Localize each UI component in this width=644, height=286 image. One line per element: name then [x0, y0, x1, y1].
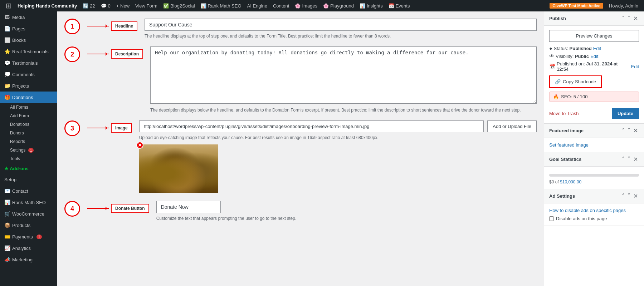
- update-count[interactable]: 🔄 22: [80, 0, 98, 11]
- headline-section: 1 Headline The headline displays at the …: [64, 19, 537, 39]
- sidebar-item-rank-math[interactable]: 📊 Rank Math SEO: [0, 197, 57, 208]
- donate-button-input[interactable]: [156, 201, 221, 213]
- move-to-trash-link[interactable]: Move to Trash: [549, 111, 579, 116]
- publish-close[interactable]: ✕: [632, 15, 639, 22]
- sidebar-item-label: Real Testimonials: [12, 49, 49, 54]
- ad-close[interactable]: ✕: [632, 193, 639, 199]
- events[interactable]: 📅 Events: [386, 0, 413, 11]
- sidebar-item-label: WooCommerce: [12, 211, 44, 217]
- preview-img-inner: [139, 144, 218, 193]
- ad-settings-panel: Ad Settings ˄ ˅ ✕ How to disable ads on …: [544, 189, 644, 226]
- main-layout: 🖼 Media 📄 Pages ⬜ Blocks ⭐ Real Testimon…: [0, 11, 644, 286]
- content-wrap: 1 Headline The headline displays at the …: [57, 11, 644, 286]
- description-section: 2 Description Help our organization by d…: [64, 46, 537, 113]
- sidebar-item-blocks[interactable]: ⬜ Blocks: [0, 34, 57, 46]
- sidebar-item-contact[interactable]: 📧 Contact: [0, 185, 57, 197]
- published-row: 📅 Published on: Jul 31, 2024 at 12:54 Ed…: [549, 61, 639, 72]
- sidebar-item-analytics[interactable]: 📈 Analytics: [0, 242, 57, 254]
- featured-close[interactable]: ✕: [632, 127, 639, 134]
- update-icon: 🔄: [83, 3, 88, 9]
- upload-file-button[interactable]: Add or Upload File: [487, 120, 537, 132]
- playground[interactable]: 🌸 Playground: [320, 0, 357, 11]
- disable-ads-checkbox[interactable]: [549, 216, 554, 221]
- sidebar-item-comments[interactable]: 💭 Comments: [0, 69, 57, 80]
- headline-input[interactable]: [145, 19, 537, 31]
- status-edit-link[interactable]: Edit: [593, 46, 601, 51]
- sidebar-item-testimonials[interactable]: 💬 Testimonials: [0, 57, 57, 69]
- ad-collapse-up[interactable]: ˄: [621, 193, 626, 199]
- sidebar-item-payments[interactable]: 💳 Payments 1: [0, 231, 57, 242]
- publish-panel-title: Publish: [549, 16, 566, 21]
- sidebar-item-pages[interactable]: 📄 Pages: [0, 23, 57, 34]
- donate-button-section: 4 Donate Button Customize the text that …: [64, 201, 537, 222]
- step-3-circle: 3: [64, 120, 80, 136]
- step-4-circle: 4: [64, 201, 80, 217]
- rank-math-icon: 📊: [201, 3, 206, 9]
- view-form[interactable]: View Form: [132, 0, 160, 11]
- sidebar-item-woocommerce[interactable]: 🛒 WooCommerce: [0, 208, 57, 220]
- sidebar-item-label: Payments: [12, 234, 33, 240]
- sidebar-item-donations[interactable]: 🎁 Donations: [0, 92, 57, 103]
- content[interactable]: Content: [270, 0, 292, 11]
- settings-badge: 1: [28, 148, 34, 153]
- ad-collapse-down[interactable]: ˅: [626, 193, 631, 199]
- sidebar-sub-tools[interactable]: Tools: [0, 154, 57, 163]
- events-icon: 📅: [389, 3, 394, 9]
- insights-icon: 📊: [360, 3, 365, 9]
- featured-image-panel: Featured image ˄ ˅ ✕ Set featured image: [544, 124, 644, 152]
- blog2social[interactable]: ✅ Blog2Social: [160, 0, 198, 11]
- marketing-icon: 📣: [4, 257, 10, 262]
- sidebar-item-products[interactable]: 📦 Products: [0, 220, 57, 231]
- images[interactable]: 🌸 Images: [292, 0, 320, 11]
- preview-changes-button[interactable]: Preview Changes: [549, 30, 639, 42]
- description-textarea[interactable]: Help our organization by donating today!…: [150, 46, 537, 104]
- arrow-line: [87, 26, 109, 26]
- sidebar-sub-reports[interactable]: Reports: [0, 137, 57, 146]
- status-icon: ●: [549, 45, 552, 51]
- goal-collapse-down[interactable]: ˅: [626, 156, 631, 163]
- publish-collapse-down[interactable]: ˅: [626, 15, 631, 22]
- sidebar-item-real-testimonials[interactable]: ⭐ Real Testimonials: [0, 46, 57, 57]
- publish-collapse-up[interactable]: ˄: [621, 15, 626, 22]
- disable-ads-link[interactable]: How to disable ads on specific pages: [549, 208, 626, 213]
- insights[interactable]: 📊 Insights: [357, 0, 386, 11]
- headline-hint: The headline displays at the top of step…: [145, 33, 537, 39]
- sidebar-sub-donations[interactable]: Donations: [0, 120, 57, 129]
- sidebar-item-marketing[interactable]: 📣 Marketing: [0, 254, 57, 265]
- remove-image-button[interactable]: ✕: [136, 142, 143, 149]
- visibility-edit-link[interactable]: Edit: [590, 54, 598, 59]
- set-featured-image-link[interactable]: Set featured image: [549, 142, 589, 148]
- sidebar-item-setup[interactable]: Setup: [0, 174, 57, 185]
- sidebar-item-media[interactable]: 🖼 Media: [0, 11, 57, 23]
- goal-close[interactable]: ✕: [632, 156, 639, 163]
- copy-shortcode-button[interactable]: 🔗 Copy Shortcode: [549, 75, 602, 88]
- sidebar-sub-add-form[interactable]: Add Form: [0, 112, 57, 120]
- new-item[interactable]: + New: [113, 0, 132, 11]
- goal-text: $0 of $10,000.00: [549, 179, 639, 184]
- description-field-content: Help our organization by donating today!…: [150, 46, 537, 113]
- ai-engine[interactable]: AI Engine: [244, 0, 270, 11]
- goal-amount-link[interactable]: $10,000.00: [560, 179, 581, 184]
- featured-collapse-down[interactable]: ˅: [626, 127, 631, 134]
- visibility-row: 👁 Visibility: Public Edit: [549, 53, 639, 59]
- featured-collapse-up[interactable]: ˄: [621, 127, 626, 134]
- description-arrow-label: Description: [87, 49, 143, 59]
- rank-math-topbar[interactable]: 📊 Rank Math SEO: [198, 0, 244, 11]
- contact-icon: 📧: [4, 188, 10, 194]
- publish-panel-header: Publish ˄ ˅ ✕: [544, 11, 644, 26]
- comment-count[interactable]: 💬 0: [98, 0, 113, 11]
- sidebar-sub-settings[interactable]: Settings 1: [0, 146, 57, 154]
- sidebar-item-projects[interactable]: 📁 Projects: [0, 80, 57, 92]
- sidebar-sub-all-forms[interactable]: All Forms: [0, 103, 57, 112]
- media-icon: 🖼: [4, 14, 10, 20]
- image-url-input[interactable]: [139, 120, 484, 132]
- wp-logo[interactable]: ⊞: [3, 1, 15, 10]
- goal-collapse-up[interactable]: ˄: [621, 156, 626, 163]
- sidebar-sub-donors[interactable]: Donors: [0, 129, 57, 137]
- givewp-badge: GiveWP Test Mode Active: [550, 3, 603, 9]
- update-button[interactable]: Update: [612, 108, 639, 119]
- published-edit-link[interactable]: Edit: [631, 64, 639, 69]
- image-arrow-label: Image: [87, 123, 132, 133]
- site-name[interactable]: Helping Hands Community: [15, 0, 80, 11]
- sidebar-item-addons[interactable]: ★ Add-ons: [0, 163, 57, 174]
